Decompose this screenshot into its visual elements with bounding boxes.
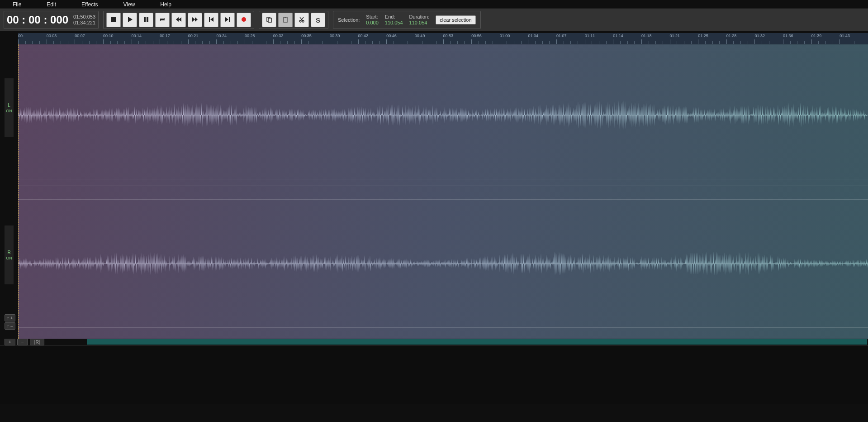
svg-rect-16 (285, 17, 286, 18)
svg-rect-0 (111, 17, 116, 22)
vertical-zoom-in-button[interactable]: ↑ + (5, 314, 15, 321)
pause-icon (143, 16, 149, 24)
menu-effects[interactable]: Effects (69, 1, 110, 8)
zoom-range-button[interactable]: |R| (30, 338, 44, 345)
ruler-tick-label: 00:35 (301, 34, 312, 38)
channel-left-name: L (8, 103, 10, 108)
edit-panel: S (259, 11, 328, 29)
transport-panel (103, 11, 254, 29)
svg-marker-9 (210, 17, 213, 22)
selection-dur-key: Duration: (409, 14, 430, 20)
menu-help[interactable]: Help (147, 1, 184, 8)
loop-icon (159, 16, 166, 24)
clear-selection-button[interactable]: clear selection (436, 15, 475, 24)
ruler-tick-label: 00:24 (216, 34, 227, 38)
ruler-tick-line (726, 39, 727, 44)
ruler-tick-line (273, 39, 274, 44)
loop-button[interactable] (155, 13, 170, 27)
channel-right-state: ON (6, 256, 12, 260)
rewind-button[interactable] (171, 13, 186, 27)
waveform-area: L ON R ON ↑ + ↑ − (0, 44, 868, 339)
svg-marker-7 (195, 17, 198, 22)
pause-button[interactable] (139, 13, 153, 27)
ruler-tick-line (103, 39, 104, 44)
svg-rect-11 (229, 17, 230, 22)
ruler-tick-line (811, 39, 812, 44)
ruler-tick-label: 00:39 (330, 34, 340, 38)
silence-label: S (316, 16, 320, 24)
ruler-tick-label: 01:25 (698, 34, 708, 38)
svg-marker-6 (192, 17, 195, 22)
empty-area (0, 352, 868, 404)
playhead-time: 00 : 00 : 000 (7, 14, 68, 26)
zoom-out-button[interactable]: − (17, 338, 28, 345)
ruler-tick-line (47, 39, 47, 44)
svg-rect-14 (268, 18, 271, 22)
ruler-tick-label: 00:42 (358, 34, 369, 38)
paste-button[interactable] (278, 13, 293, 27)
waveform-left (18, 95, 868, 135)
lane-right[interactable] (18, 199, 868, 328)
ruler-tick-line (500, 39, 500, 44)
channel-left-label[interactable]: L ON (5, 78, 14, 137)
ruler-tick-label: 01:14 (613, 34, 623, 38)
paste-icon (282, 16, 289, 24)
selection-end: End: 110.054 (385, 14, 403, 26)
svg-rect-3 (147, 17, 148, 22)
ruler-tick-label: 00:56 (471, 34, 482, 38)
ruler-tick-line (330, 39, 330, 44)
ruler-tick-label: 01:00 (500, 34, 510, 38)
ruler-tick-line (443, 39, 444, 44)
ruler-tick-label: 00:32 (273, 34, 284, 38)
play-button[interactable] (123, 13, 137, 27)
forward-button[interactable] (188, 13, 202, 27)
svg-point-12 (242, 17, 246, 22)
skip-start-button[interactable] (204, 13, 218, 27)
ruler-tick-label: 00:28 (245, 34, 255, 38)
waveform-right (18, 243, 868, 284)
lane-divider (18, 186, 868, 186)
cut-button[interactable] (294, 13, 309, 27)
ruler-tick-label: 00:49 (415, 34, 425, 38)
ruler-tick-line (245, 39, 245, 44)
ruler-tick-line (132, 39, 132, 44)
copy-button[interactable] (262, 13, 276, 27)
selection-dur-val: 110.054 (409, 20, 427, 26)
ruler-tick-line (386, 39, 387, 44)
vertical-zoom-out-button[interactable]: ↑ − (5, 322, 15, 330)
ruler-tick-label: 00:46 (386, 34, 397, 38)
time-remain: 01:34:221 (73, 20, 95, 26)
skip-end-button[interactable] (220, 13, 235, 27)
ruler-tick-line (840, 39, 840, 44)
ruler-tick-label: 01:28 (726, 34, 737, 38)
time-ruler[interactable]: 00:00:0300:0700:1000:1400:1700:2100:2400… (18, 33, 868, 44)
skip-start-icon (208, 16, 214, 24)
stop-button[interactable] (106, 13, 121, 27)
menu-view[interactable]: View (111, 1, 148, 8)
selection-start-val: 0.000 (366, 20, 379, 26)
ruler-tick-label: 01:36 (783, 34, 793, 38)
channel-right-label[interactable]: R ON (5, 225, 14, 284)
menu-file[interactable]: File (9, 1, 34, 8)
svg-marker-4 (179, 17, 181, 22)
copy-icon (266, 16, 272, 24)
tracks-canvas[interactable] (18, 44, 868, 339)
lane-left[interactable] (18, 51, 868, 179)
ruler-tick-line (641, 39, 642, 44)
menu-edit[interactable]: Edit (34, 1, 69, 8)
ruler-tick-label: 00:03 (47, 34, 57, 38)
ruler-tick-line (754, 39, 755, 44)
channel-gutter: L ON R ON ↑ + ↑ − (0, 44, 18, 339)
ruler-tick-line (188, 39, 189, 44)
svg-marker-10 (225, 17, 228, 22)
zoom-in-button[interactable]: + (5, 338, 15, 345)
selection-duration: Duration: 110.054 (409, 14, 430, 26)
record-button[interactable] (237, 13, 251, 27)
ruler-tick-line (556, 39, 557, 44)
scroll-thumb[interactable] (87, 339, 867, 345)
rewind-icon (175, 16, 182, 24)
svg-rect-8 (209, 17, 210, 22)
ruler-tick-line (415, 39, 415, 44)
ruler-tick-line (528, 39, 528, 44)
silence-button[interactable]: S (311, 13, 325, 27)
